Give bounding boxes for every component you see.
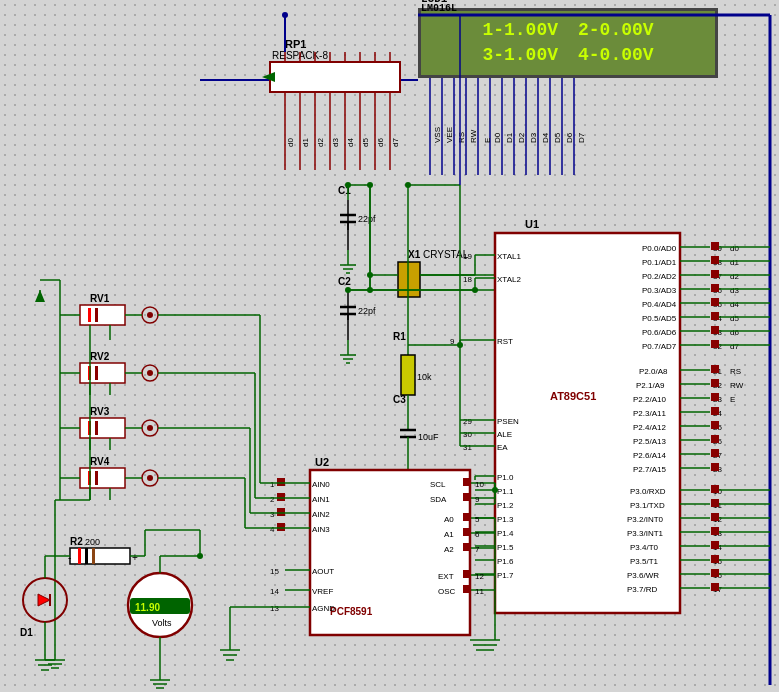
u2-chip-label: PCF8591 bbox=[330, 606, 373, 617]
svg-rect-213 bbox=[711, 527, 719, 535]
svg-text:RW: RW bbox=[469, 129, 478, 143]
rv4-body bbox=[80, 468, 125, 488]
svg-text:D7: D7 bbox=[577, 132, 586, 143]
svg-rect-167 bbox=[711, 365, 719, 373]
rp1-id: RP1 bbox=[285, 38, 306, 50]
svg-rect-229 bbox=[711, 583, 719, 591]
svg-rect-181 bbox=[711, 407, 719, 415]
rv1-id: RV1 bbox=[90, 293, 110, 304]
svg-text:E: E bbox=[483, 138, 492, 143]
svg-text:d6: d6 bbox=[730, 328, 739, 337]
svg-text:ALE: ALE bbox=[497, 430, 512, 439]
svg-rect-341 bbox=[95, 366, 98, 380]
svg-text:SCL: SCL bbox=[430, 480, 446, 489]
svg-text:AIN1: AIN1 bbox=[312, 495, 330, 504]
svg-text:AOUT: AOUT bbox=[312, 567, 334, 576]
svg-text:RST: RST bbox=[497, 337, 513, 346]
svg-point-421 bbox=[345, 182, 351, 188]
svg-rect-298 bbox=[463, 478, 471, 486]
c3-value: 10uF bbox=[418, 432, 439, 442]
svg-point-422 bbox=[367, 182, 373, 188]
svg-text:P1.1: P1.1 bbox=[497, 487, 514, 496]
svg-rect-383 bbox=[78, 548, 81, 564]
svg-text:VSS: VSS bbox=[433, 127, 442, 143]
svg-rect-152 bbox=[711, 312, 719, 320]
svg-text:P2.1/A9: P2.1/A9 bbox=[636, 381, 665, 390]
svg-text:A2: A2 bbox=[444, 545, 454, 554]
svg-point-28 bbox=[282, 12, 288, 18]
svg-text:P3.4/T0: P3.4/T0 bbox=[630, 543, 659, 552]
svg-rect-385 bbox=[92, 548, 95, 564]
svg-text:d5: d5 bbox=[730, 314, 739, 323]
r1-body bbox=[401, 355, 415, 395]
svg-text:15: 15 bbox=[270, 567, 279, 576]
svg-rect-201 bbox=[711, 485, 719, 493]
svg-rect-127 bbox=[711, 242, 719, 250]
svg-text:18: 18 bbox=[463, 275, 472, 284]
svg-text:AIN0: AIN0 bbox=[312, 480, 330, 489]
svg-text:14: 14 bbox=[270, 587, 279, 596]
svg-text:D3: D3 bbox=[529, 132, 538, 143]
svg-point-354 bbox=[147, 475, 153, 481]
voltmeter-unit: Volts bbox=[152, 618, 172, 628]
svg-rect-302 bbox=[463, 493, 471, 501]
r1-id: R1 bbox=[393, 331, 406, 342]
svg-rect-209 bbox=[711, 513, 719, 521]
svg-text:D0: D0 bbox=[493, 132, 502, 143]
svg-text:d3: d3 bbox=[331, 138, 340, 147]
svg-text:10: 10 bbox=[475, 480, 484, 489]
svg-rect-318 bbox=[463, 570, 471, 578]
rv2-body bbox=[80, 363, 125, 383]
svg-text:P0.5/AD5: P0.5/AD5 bbox=[642, 314, 677, 323]
svg-point-403 bbox=[197, 553, 203, 559]
svg-text:P2.4/A12: P2.4/A12 bbox=[633, 423, 666, 432]
rp1-body bbox=[270, 62, 400, 92]
svg-rect-333 bbox=[95, 308, 98, 322]
svg-text:D2: D2 bbox=[517, 132, 526, 143]
schematic-canvas: LCD1 LM016L 1-1.00V 2-0.00V 3-1.00V 4-0.… bbox=[0, 0, 779, 692]
svg-text:d4: d4 bbox=[346, 138, 355, 147]
svg-text:P3.0/RXD: P3.0/RXD bbox=[630, 487, 666, 496]
svg-rect-157 bbox=[711, 326, 719, 334]
svg-text:D1: D1 bbox=[505, 132, 514, 143]
svg-text:P0.3/AD3: P0.3/AD3 bbox=[642, 286, 677, 295]
svg-text:VREF: VREF bbox=[312, 587, 333, 596]
svg-text:29: 29 bbox=[463, 417, 472, 426]
svg-text:5: 5 bbox=[475, 515, 480, 524]
svg-rect-281 bbox=[277, 508, 285, 516]
svg-text:3: 3 bbox=[270, 510, 275, 519]
svg-text:P1.6: P1.6 bbox=[497, 557, 514, 566]
svg-point-338 bbox=[147, 370, 153, 376]
svg-rect-225 bbox=[711, 569, 719, 577]
svg-text:AGND: AGND bbox=[312, 604, 335, 613]
svg-text:19: 19 bbox=[463, 252, 472, 261]
svg-rect-185 bbox=[711, 421, 719, 429]
svg-text:9: 9 bbox=[475, 495, 480, 504]
svg-text:D5: D5 bbox=[553, 132, 562, 143]
svg-text:31: 31 bbox=[463, 443, 472, 452]
svg-text:7: 7 bbox=[475, 545, 480, 554]
svg-rect-197 bbox=[711, 463, 719, 471]
svg-text:P1.7: P1.7 bbox=[497, 571, 514, 580]
svg-text:P2.5/A13: P2.5/A13 bbox=[633, 437, 666, 446]
svg-text:4: 4 bbox=[270, 525, 275, 534]
svg-rect-217 bbox=[711, 541, 719, 549]
svg-rect-142 bbox=[711, 284, 719, 292]
svg-rect-332 bbox=[88, 308, 91, 322]
svg-text:+: + bbox=[132, 552, 138, 563]
svg-text:OSC: OSC bbox=[438, 587, 456, 596]
svg-rect-193 bbox=[711, 449, 719, 457]
c2-value: 22pf bbox=[358, 306, 376, 316]
svg-rect-285 bbox=[277, 523, 285, 531]
svg-rect-310 bbox=[463, 528, 471, 536]
u1-chip-label: AT89C51 bbox=[550, 390, 596, 402]
svg-rect-322 bbox=[463, 585, 471, 593]
svg-text:d4: d4 bbox=[730, 300, 739, 309]
rv3-body bbox=[80, 418, 125, 438]
svg-text:RS: RS bbox=[457, 132, 466, 143]
svg-text:2: 2 bbox=[270, 495, 275, 504]
svg-text:d2: d2 bbox=[316, 138, 325, 147]
svg-text:RS: RS bbox=[730, 367, 741, 376]
svg-text:d7: d7 bbox=[391, 138, 400, 147]
rv2-id: RV2 bbox=[90, 351, 110, 362]
